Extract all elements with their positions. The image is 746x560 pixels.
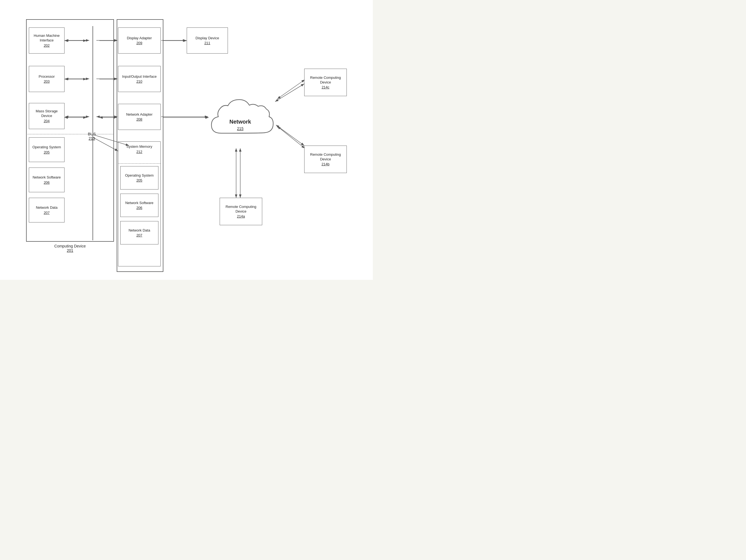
diagram-container: Computing Device 201 Human Machine Inter… [11,11,363,269]
sys-memory-dashed [118,163,161,164]
net-data2-box: Network Data 207 [120,221,159,245]
svg-text:Network: Network [230,119,252,125]
svg-line-32 [276,125,304,145]
mass-storage-box: Mass Storage Device 204 [29,103,64,129]
os1-box: Operating System 205 [29,137,64,162]
remote-device-a: Remote Computing Device 214a [220,198,262,225]
hmi-box: Human Machine Interface 202 [29,27,64,54]
remote-device-c: Remote Computing Device 214c [304,69,347,96]
display-device-box: Display Device 211 [187,27,228,54]
io-interface-box: Input/Output Interface 210 [118,66,161,92]
svg-line-31 [275,84,304,102]
network-adapter-box: Network Adapter 208 [118,104,161,130]
os2-box: Operating System 205 [120,166,159,190]
network-cloud: Network 215 [203,89,277,148]
display-adapter-box: Display Adapter 209 [118,27,161,54]
net-software1-box: Network Software 206 [29,168,64,192]
dashed-separator [27,134,114,134]
remote-device-b: Remote Computing Device 214b [304,145,347,173]
svg-line-14 [277,80,305,99]
net-software2-box: Network Software 206 [120,194,159,217]
svg-line-15 [277,126,305,148]
computing-device-label: Computing Device 201 [27,244,113,253]
processor-box: Processor 203 [29,66,64,92]
bus-label: BUS 213 [88,132,96,141]
net-data1-box: Network Data 207 [29,198,64,222]
svg-text:215: 215 [237,126,243,131]
